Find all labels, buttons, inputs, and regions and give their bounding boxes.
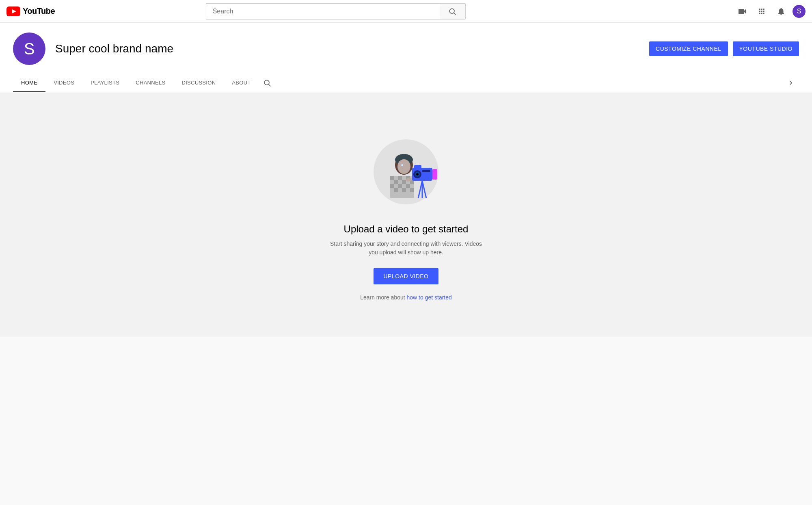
user-avatar-button[interactable]: S [793,5,806,18]
svg-point-22 [397,159,410,174]
svg-line-3 [454,13,456,15]
svg-rect-27 [414,165,421,170]
tab-search-button[interactable] [259,73,275,93]
svg-point-2 [449,9,454,13]
tab-home[interactable]: HOME [13,74,45,92]
notifications-button[interactable] [773,3,789,20]
empty-state-title: Upload a video to get started [344,223,469,235]
tab-about[interactable]: ABOUT [224,74,259,92]
search-input[interactable] [206,3,440,20]
youtube-logo-icon [6,7,20,16]
apps-icon [758,7,766,15]
create-video-button[interactable] [734,3,750,20]
header-right: S [734,3,806,20]
channel-actions: CUSTOMIZE CHANNEL YOUTUBE STUDIO [649,41,799,56]
logo-text: YouTube [23,7,55,16]
header: YouTube S [0,0,812,23]
svg-rect-31 [432,169,437,180]
channel-tabs: HOME VIDEOS PLAYLISTS CHANNELS DISCUSSIO… [13,73,799,93]
svg-rect-19 [410,188,414,192]
chevron-right-icon [787,79,795,87]
video-camera-icon [737,7,747,16]
channel-name: Super cool brand name [55,42,639,55]
channel-avatar: S [13,33,45,65]
search-icon [448,7,456,15]
apps-button[interactable] [754,3,770,20]
svg-rect-16 [406,184,410,188]
youtube-studio-button[interactable]: YOUTUBE STUDIO [733,41,799,56]
tab-playlists[interactable]: PLAYLISTS [82,74,127,92]
learn-more-text: Learn more about how to get started [360,294,452,301]
svg-line-5 [268,85,270,87]
svg-rect-18 [402,188,406,192]
get-started-link[interactable]: how to get started [407,294,452,301]
search-button[interactable] [440,3,466,20]
tab-discussion[interactable]: DISCUSSION [173,74,224,92]
svg-point-4 [264,80,269,85]
upload-video-button[interactable]: UPLOAD VIDEO [374,268,438,284]
svg-rect-17 [394,188,398,192]
tab-channels[interactable]: CHANNELS [127,74,173,92]
svg-point-30 [416,173,419,176]
channel-header: S Super cool brand name CUSTOMIZE CHANNE… [0,23,812,93]
tabs-more-button[interactable] [783,73,799,93]
search-tabs-icon [263,79,271,87]
search-area [206,3,466,20]
svg-rect-11 [394,180,398,184]
svg-rect-15 [398,184,402,188]
svg-rect-8 [390,176,394,180]
svg-rect-32 [422,170,430,172]
svg-rect-14 [390,184,394,188]
customize-channel-button[interactable]: CUSTOMIZE CHANNEL [649,41,728,56]
empty-state-illustration [365,129,447,210]
svg-rect-12 [402,180,406,184]
bell-icon [777,7,786,16]
tab-videos[interactable]: VIDEOS [45,74,82,92]
main-content: Upload a video to get started Start shar… [0,93,812,337]
empty-state-subtitle: Start sharing your story and connecting … [325,240,487,257]
svg-point-24 [402,165,403,166]
logo-area[interactable]: YouTube [6,7,71,16]
svg-rect-9 [398,176,402,180]
channel-info: S Super cool brand name CUSTOMIZE CHANNE… [13,33,799,73]
